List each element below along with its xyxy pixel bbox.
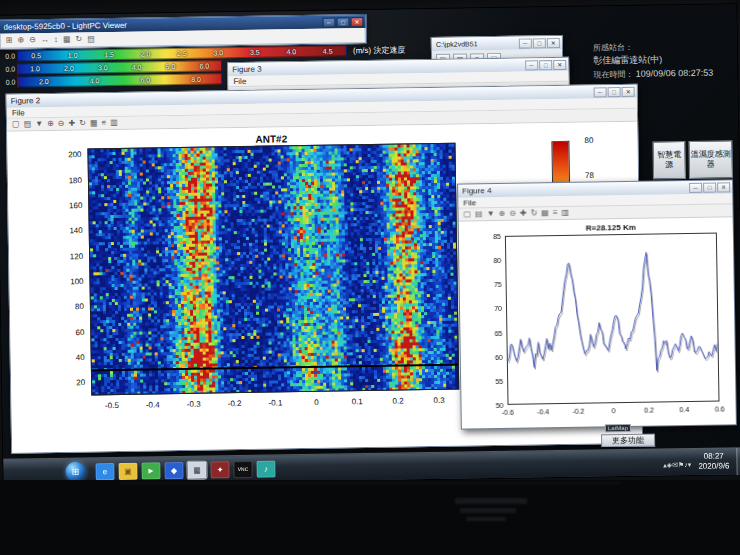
x-axis-ticks: -0.5-0.4-0.3-0.2-0.100.10.20.3	[91, 395, 459, 411]
tick-label: -0.2	[228, 399, 242, 408]
monitor-photo: desktop-5925cb0 - LightPC Viewer ─ □ ✕ ⊞…	[0, 0, 740, 555]
tool-icon[interactable]: ⊖	[29, 36, 36, 44]
taskbar-icon-internet-explorer[interactable]: e	[95, 463, 114, 480]
range-profile-plot[interactable]	[505, 233, 720, 405]
taskbar-icon-active-app[interactable]: ▦	[187, 461, 206, 478]
close-icon[interactable]: ✕	[717, 182, 730, 192]
tick-label: 80	[75, 302, 84, 311]
range-profile-canvas[interactable]	[506, 234, 719, 404]
time-value: 109/09/06 08:27:53	[636, 68, 714, 79]
trayicon-icon[interactable]: ▾	[688, 461, 692, 468]
clock-date: 2020/9/6	[698, 461, 729, 471]
tool-icon[interactable]: ↻	[75, 35, 82, 43]
maximize-icon[interactable]: □	[608, 87, 621, 97]
tick-label: 60	[75, 328, 84, 337]
scale-tick-label: 2.0	[18, 77, 69, 85]
tool-icon[interactable]: ▤	[24, 120, 32, 128]
tool-icon[interactable]: ⊞	[6, 37, 13, 45]
tool-icon[interactable]: ⊕	[17, 36, 24, 44]
tick-label: 200	[68, 150, 81, 159]
close-icon[interactable]: ✕	[547, 37, 560, 47]
tick-label: -0.4	[537, 408, 549, 415]
menu-file[interactable]: File	[12, 108, 25, 117]
minimize-icon[interactable]: ─	[519, 38, 532, 48]
tool-icon[interactable]: ▦	[63, 36, 71, 44]
tick-label: -0.1	[269, 398, 283, 407]
tool-icon[interactable]: ↕	[54, 36, 58, 44]
tick-label: 0.4	[679, 406, 689, 413]
tool-icon[interactable]: ⊖	[509, 210, 516, 218]
tool-icon[interactable]: ⊖	[58, 120, 65, 128]
tool-icon[interactable]: ≡	[553, 209, 558, 217]
taskbar-icon-file-explorer[interactable]: ▣	[118, 462, 137, 479]
taskbar-icon-app-blue[interactable]: ◆	[164, 461, 183, 478]
temp-humidity-sensor-button[interactable]: 溫濕度感測器	[688, 140, 733, 179]
taskbar-clock[interactable]: 08:27 2020/9/6	[698, 451, 729, 471]
maximize-icon[interactable]: □	[533, 38, 546, 48]
scale-tick-label: 2.5	[164, 49, 201, 57]
y-axis-ticks: 8580757065605550	[479, 236, 506, 405]
scale-zero-label: 0.0	[0, 52, 17, 59]
show-desktop-button[interactable]	[736, 448, 740, 475]
close-icon[interactable]: ✕	[350, 17, 363, 27]
tick-label: 40	[76, 353, 85, 362]
tool-icon[interactable]: ⊕	[47, 120, 54, 128]
scale-tick-label: 2.0	[127, 50, 164, 58]
clock-time: 08:27	[698, 451, 729, 461]
tick-label: 0.2	[644, 407, 654, 414]
tick-label: -0.6	[502, 409, 514, 416]
tick-label: 0	[612, 407, 616, 414]
minimize-icon[interactable]: ─	[594, 87, 607, 97]
figure4-window[interactable]: Figure 4 ─ □ ✕ File ▢▤▼⊕⊖✚↻▦≡▥ R=28.125 …	[457, 179, 737, 429]
minimize-icon[interactable]: ─	[525, 60, 538, 70]
bezel-reflection	[466, 517, 506, 521]
tool-icon[interactable]: ✚	[68, 120, 75, 128]
tick-label: 160	[69, 201, 82, 210]
minimize-icon[interactable]: ─	[322, 17, 335, 27]
scale-tick-label: 1.0	[54, 51, 91, 59]
tool-icon[interactable]: ▼	[35, 120, 43, 128]
tool-icon[interactable]: ▥	[562, 209, 570, 217]
tick-label: 100	[70, 277, 83, 286]
scale-tick-label: 4.5	[309, 47, 346, 55]
scale-tick-label: 2.0	[52, 64, 86, 72]
tick-label: -0.3	[187, 400, 201, 409]
tool-icon[interactable]: ▦	[90, 119, 98, 127]
close-icon[interactable]: ✕	[553, 59, 566, 69]
tool-icon[interactable]: ↔	[41, 36, 49, 44]
spectrogram-canvas[interactable]	[88, 144, 458, 395]
scale-tick-label: 5.0	[153, 62, 187, 70]
maximize-icon[interactable]: □	[336, 17, 349, 27]
tool-icon[interactable]: ⊕	[499, 210, 506, 218]
spectrogram-plot[interactable]	[87, 143, 459, 396]
bezel-reflection	[460, 508, 516, 513]
tool-icon[interactable]: ▢	[12, 120, 20, 128]
taskbar-app-icons: e▣►◆▦✦VNC♪	[95, 460, 275, 480]
scale-tick-label: 3.0	[200, 49, 237, 57]
tool-icon[interactable]: ▤	[475, 210, 483, 218]
scale-tick-label: 3.5	[237, 48, 274, 56]
maximize-icon[interactable]: □	[539, 60, 552, 70]
menu-file[interactable]: File	[233, 76, 246, 85]
minimize-icon[interactable]: ─	[689, 182, 702, 192]
tool-icon[interactable]: ↻	[79, 119, 86, 127]
taskbar-icon-app-teal[interactable]: ♪	[256, 460, 275, 477]
taskbar-icon-vnc-viewer[interactable]: VNC	[233, 460, 252, 477]
tool-icon[interactable]: ▢	[463, 210, 471, 218]
close-icon[interactable]: ✕	[622, 86, 635, 96]
more-functions-button[interactable]: 更多功能	[601, 434, 655, 448]
tool-icon[interactable]: ≡	[101, 119, 106, 127]
tool-icon[interactable]: ✚	[520, 210, 527, 218]
tray-icons: ▴◈✉⚑♪▾	[663, 453, 691, 471]
tool-icon[interactable]: ▦	[541, 209, 549, 217]
menu-file[interactable]: File	[463, 198, 476, 207]
tool-icon[interactable]: ▥	[110, 119, 118, 127]
tool-icon[interactable]: ▤	[87, 35, 95, 43]
taskbar-icon-app-red[interactable]: ✦	[210, 461, 229, 478]
tool-icon[interactable]: ↻	[531, 209, 538, 217]
tool-icon[interactable]: ▼	[487, 210, 495, 218]
maximize-icon[interactable]: □	[703, 182, 716, 192]
taskbar-icon-media-player[interactable]: ►	[141, 462, 160, 479]
smart-power-button[interactable]: 智慧電源	[652, 141, 686, 180]
start-button[interactable]: ⊞	[65, 461, 85, 481]
